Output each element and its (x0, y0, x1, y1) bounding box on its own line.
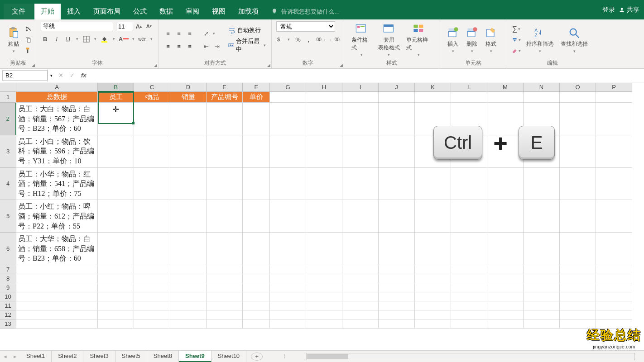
tab-pagelayout[interactable]: 页面布局 (87, 4, 127, 19)
sheet-nav-first[interactable]: ◂ (0, 353, 10, 360)
find-select-button[interactable]: 查找和选择▾ (558, 25, 591, 55)
empty-cell[interactable] (270, 233, 306, 265)
italic-button[interactable]: I (52, 34, 61, 44)
comma-button[interactable]: , (305, 34, 312, 44)
data-cell[interactable]: 员工：大华；物品：白酒；销量：658；产品编号：B23；单价：60 (16, 233, 98, 265)
empty-cell[interactable] (243, 265, 270, 274)
empty-cell[interactable] (379, 200, 415, 233)
format-cells-button[interactable]: 格式▾ (482, 25, 500, 55)
empty-cell[interactable] (98, 265, 134, 274)
empty-cell[interactable] (524, 200, 560, 233)
empty-cell[interactable] (270, 310, 306, 319)
dialog-launcher-icon[interactable]: ◢ (267, 63, 270, 67)
empty-cell[interactable] (243, 301, 270, 310)
clear-button[interactable]: ▾ (512, 46, 522, 56)
empty-cell[interactable] (415, 301, 451, 310)
row-header[interactable]: 7 (0, 265, 16, 274)
paste-button[interactable]: 粘贴 ▾ (5, 25, 23, 55)
empty-cell[interactable] (306, 168, 342, 200)
empty-cell[interactable] (98, 135, 134, 168)
empty-cell[interactable] (270, 168, 306, 200)
empty-cell[interactable] (170, 310, 207, 319)
empty-cell[interactable] (243, 233, 270, 265)
tell-me-search[interactable]: 告诉我您想要做什么… (265, 4, 346, 19)
empty-cell[interactable] (451, 319, 487, 329)
empty-cell[interactable] (207, 319, 243, 329)
empty-cell[interactable] (560, 274, 596, 283)
empty-cell[interactable] (306, 292, 342, 301)
row-header[interactable]: 3 (0, 135, 16, 168)
column-header[interactable]: L (451, 83, 487, 92)
data-cell[interactable]: 员工：大白；物品：白酒；销量：567；产品编号：B23；单价：60 (16, 103, 98, 135)
empty-cell[interactable] (560, 301, 596, 310)
empty-cell[interactable] (134, 301, 170, 310)
empty-cell[interactable] (596, 168, 632, 200)
empty-cell[interactable] (524, 319, 560, 329)
row-header[interactable]: 11 (0, 301, 16, 310)
empty-cell[interactable] (170, 265, 207, 274)
sort-filter-button[interactable]: AZ排序和筛选▾ (524, 25, 556, 55)
empty-cell[interactable] (451, 168, 487, 200)
empty-cell[interactable] (207, 301, 243, 310)
empty-cell[interactable] (342, 319, 379, 329)
empty-cell[interactable] (342, 233, 379, 265)
decrease-decimal-button[interactable]: ←.00 (329, 34, 339, 44)
tab-addins[interactable]: 加载项 (232, 4, 265, 19)
empty-cell[interactable] (16, 292, 98, 301)
font-name-select[interactable] (41, 22, 113, 31)
empty-cell[interactable] (451, 200, 487, 233)
empty-cell[interactable] (306, 283, 342, 292)
column-header[interactable]: H (306, 83, 342, 92)
orientation-button[interactable]: ⤢ (201, 29, 211, 38)
align-center-button[interactable]: ≡ (174, 41, 184, 51)
empty-cell[interactable] (270, 265, 306, 274)
empty-cell[interactable] (415, 283, 451, 292)
copy-button[interactable] (24, 35, 34, 45)
header-cell[interactable]: 单价 (243, 92, 270, 103)
empty-cell[interactable] (379, 274, 415, 283)
column-header[interactable]: D (170, 83, 207, 92)
column-header[interactable]: O (560, 83, 596, 92)
row-header[interactable]: 13 (0, 319, 16, 329)
empty-cell[interactable] (379, 319, 415, 329)
empty-cell[interactable] (134, 274, 170, 283)
dialog-launcher-icon[interactable]: ◢ (32, 63, 35, 67)
row-header[interactable]: 6 (0, 233, 16, 265)
empty-cell[interactable] (415, 233, 451, 265)
empty-cell[interactable] (98, 200, 134, 233)
empty-cell[interactable] (16, 310, 98, 319)
empty-cell[interactable] (98, 319, 134, 329)
cut-button[interactable] (24, 24, 34, 34)
empty-cell[interactable] (270, 319, 306, 329)
empty-cell[interactable] (415, 274, 451, 283)
empty-cell[interactable] (379, 283, 415, 292)
empty-cell[interactable] (560, 283, 596, 292)
decrease-indent-button[interactable]: ⇤ (201, 41, 211, 51)
empty-cell[interactable] (16, 319, 98, 329)
empty-cell[interactable] (342, 292, 379, 301)
empty-cell[interactable] (98, 103, 134, 135)
empty-cell[interactable] (524, 301, 560, 310)
cancel-formula-icon[interactable]: ✕ (58, 72, 63, 79)
insert-cells-button[interactable]: 插入▾ (444, 25, 462, 55)
empty-cell[interactable] (170, 283, 207, 292)
empty-cell[interactable] (170, 233, 207, 265)
empty-cell[interactable] (207, 292, 243, 301)
empty-cell[interactable] (379, 310, 415, 319)
header-cell[interactable]: 总数据 (16, 92, 98, 103)
empty-cell[interactable] (16, 283, 98, 292)
empty-cell[interactable] (415, 310, 451, 319)
empty-cell[interactable] (596, 200, 632, 233)
empty-cell[interactable] (487, 233, 524, 265)
empty-cell[interactable] (207, 274, 243, 283)
empty-cell[interactable] (379, 301, 415, 310)
sheet-tab[interactable]: Sheet9 (179, 351, 211, 362)
empty-cell[interactable] (487, 292, 524, 301)
empty-cell[interactable] (306, 200, 342, 233)
empty-cell[interactable] (306, 301, 342, 310)
empty-cell[interactable] (170, 319, 207, 329)
percent-button[interactable]: % (294, 34, 301, 44)
fx-icon[interactable]: fx (81, 72, 87, 79)
empty-cell[interactable] (524, 283, 560, 292)
empty-cell[interactable] (451, 274, 487, 283)
